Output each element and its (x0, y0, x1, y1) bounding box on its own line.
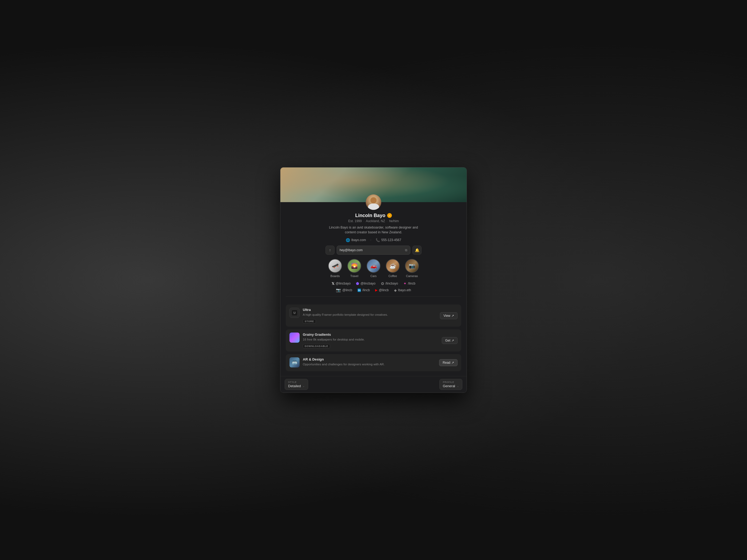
profile-section: Lincoln Bayo ✓ Est. 1999 · Auckland, NZ … (280, 202, 467, 305)
github-handle: /lincbayo (386, 282, 398, 285)
share-icon: ↑ (329, 248, 331, 252)
style-control[interactable]: STYLE Detailed ⌄ (285, 379, 308, 390)
framer-handle: @lincbayo (360, 282, 376, 285)
highlight-label-cars: Cars (370, 274, 377, 277)
grainy-title: Grainy Gradients (303, 332, 458, 337)
avatar (365, 194, 382, 211)
notification-button[interactable]: 🔔 (412, 246, 421, 255)
instagram-handle: @lincb (342, 288, 352, 292)
ultra-view-icon: ↗ (452, 314, 454, 318)
bottom-bar: STYLE Detailed ⌄ PROFILE General ⌄ (280, 376, 467, 393)
ar-body: AR & Design Opportunities and challenges… (303, 357, 458, 368)
social-row-2: 📷 @lincb in /lincb ▶ @lincb ◆ lbayo.eth (323, 288, 424, 293)
grainy-action: Get ↗ (442, 337, 458, 344)
highlight-label-boards: Boards (331, 274, 340, 277)
instagram-icon: 📷 (336, 288, 341, 293)
social-figma[interactable]: ✦ /lincb (403, 281, 415, 286)
bio: Lincoln Bayo is an avid skateboarder, so… (328, 225, 419, 235)
ar-read-button[interactable]: Read ↗ (439, 359, 458, 366)
contact-row: 🌐 lbayo.com · 📞 555-123-4567 (346, 238, 401, 242)
location: Auckland, NZ (366, 219, 385, 223)
grainy-body: Grainy Gradients 16 free 8k wallpapers f… (303, 332, 458, 348)
profile-value-row: General ⌄ (443, 384, 459, 388)
email-field[interactable]: hey@lbayo.com ⧉ (337, 246, 410, 255)
style-label: STYLE (288, 381, 305, 383)
social-row-1: 𝕏 @lincbayo ⬟ @lincbayo ⊙ /lincbayo ✦ /l… (323, 281, 424, 286)
email-text: hey@lbayo.com (340, 248, 363, 252)
social-ethereum[interactable]: ◆ lbayo.eth (394, 288, 411, 293)
phone-text: 555-123-4567 (381, 238, 401, 242)
grainy-tag: DOWNLOADABLE (303, 344, 330, 348)
highlight-label-cameras: Cameras (406, 274, 418, 277)
ar-title: AR & Design (303, 357, 458, 361)
ar-read-icon: ↗ (452, 361, 454, 365)
ultra-title: Ultra (303, 308, 458, 312)
established: Est. 1999 (348, 219, 362, 223)
highlight-circle-cameras (405, 259, 419, 273)
phone-contact[interactable]: 📞 555-123-4567 (376, 238, 401, 242)
phone-icon: 📞 (376, 238, 380, 242)
ar-action: Read ↗ (439, 359, 458, 366)
highlight-boards[interactable]: Boards (328, 259, 342, 277)
card-ar: 🥽 AR & Design Opportunities and challeng… (286, 354, 461, 371)
social-instagram[interactable]: 📷 @lincb (336, 288, 352, 293)
pronouns: he/him (389, 219, 399, 223)
linkedin-icon: in (358, 289, 361, 292)
background: Lincoln Bayo ✓ Est. 1999 · Auckland, NZ … (0, 0, 747, 560)
highlights-row: Boards Travel Cars Coffee Cameras (328, 259, 419, 277)
grainy-get-button[interactable]: Get ↗ (442, 337, 458, 344)
highlight-circle-cars (366, 259, 381, 273)
copy-icon[interactable]: ⧉ (405, 248, 407, 252)
website-contact[interactable]: 🌐 lbayo.com (346, 238, 366, 242)
ultra-view-label: View (443, 314, 450, 318)
profile-value: General (443, 384, 455, 388)
bell-icon: 🔔 (415, 248, 419, 252)
meta-row: Est. 1999 · Auckland, NZ · he/him (348, 219, 398, 223)
highlight-circle-coffee (386, 259, 400, 273)
social-github[interactable]: ⊙ /lincbayo (381, 281, 398, 286)
grainy-icon (289, 332, 300, 343)
ultra-action: View ↗ (440, 312, 458, 319)
grainy-get-icon: ↗ (452, 339, 454, 342)
share-button[interactable]: ↑ (326, 246, 335, 255)
social-youtube[interactable]: ▶ @lincb (375, 288, 389, 293)
ultra-tag: STORE (303, 319, 316, 323)
social-framer[interactable]: ⬟ @lincbayo (356, 281, 376, 286)
social-x[interactable]: 𝕏 @lincbayo (332, 281, 351, 286)
youtube-handle: @lincb (379, 288, 389, 292)
grainy-desc: 16 free 8k wallpapers for desktop and mo… (303, 337, 458, 342)
verified-badge: ✓ (387, 213, 392, 218)
highlight-travel[interactable]: Travel (347, 259, 361, 277)
ultra-desc: A high quality Framer portfolio template… (303, 313, 458, 317)
ethereum-icon: ◆ (394, 288, 397, 292)
ultra-view-button[interactable]: View ↗ (440, 312, 458, 319)
highlight-cameras[interactable]: Cameras (405, 259, 419, 277)
x-handle: @lincbayo (336, 282, 351, 285)
cards-section: U Ultra A high quality Framer portfolio … (280, 304, 467, 376)
ultra-body: Ultra A high quality Framer portfolio te… (303, 308, 458, 323)
ar-desc: Opportunities and challenges for designe… (303, 362, 458, 366)
highlight-coffee[interactable]: Coffee (386, 259, 400, 277)
ethereum-handle: lbayo.eth (398, 288, 411, 292)
framer-icon: ⬟ (356, 281, 359, 286)
profile-label: PROFILE (443, 381, 459, 383)
style-value: Detailed (288, 384, 301, 388)
card-ultra: U Ultra A high quality Framer portfolio … (286, 304, 461, 327)
ultra-icon: U (289, 308, 300, 318)
highlight-cars[interactable]: Cars (366, 259, 381, 277)
card-grainy: Grainy Gradients 16 free 8k wallpapers f… (286, 329, 461, 351)
email-bar: ↑ hey@lbayo.com ⧉ 🔔 (326, 246, 421, 255)
profile-chevron-icon: ⌄ (457, 384, 459, 388)
highlight-circle-travel (347, 259, 361, 273)
youtube-icon: ▶ (375, 288, 378, 292)
social-linkedin[interactable]: in /lincb (358, 288, 370, 293)
github-icon: ⊙ (381, 281, 384, 286)
grainy-get-label: Get (445, 339, 450, 342)
highlight-circle-boards (328, 259, 342, 273)
name-row: Lincoln Bayo ✓ (355, 213, 392, 218)
globe-icon: 🌐 (346, 238, 350, 242)
profile-control[interactable]: PROFILE General ⌄ (439, 379, 462, 390)
x-icon: 𝕏 (332, 282, 334, 286)
socials-section: 𝕏 @lincbayo ⬟ @lincbayo ⊙ /lincbayo ✦ /l… (323, 281, 424, 293)
figma-handle: /lincb (408, 282, 415, 285)
